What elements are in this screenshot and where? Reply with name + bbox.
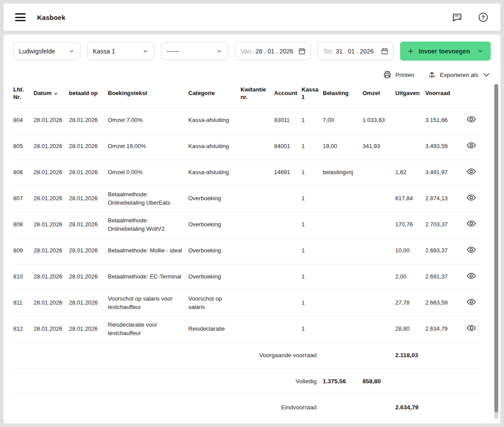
table-row: 808 28.01.2026 28.01.2026 Betaalmethode:… <box>13 212 480 238</box>
register-select[interactable]: Kassa 1 <box>87 42 154 60</box>
cell-voorraad: 2.874,13 <box>425 186 462 212</box>
cell-boekingstekst: Betaalmethode: Onlinebetaling UberEats <box>108 186 188 212</box>
cell-belasting <box>323 290 363 316</box>
calendar-icon <box>298 47 306 55</box>
cell-betaald-op: 28.01.2026 <box>69 160 108 186</box>
table-row: 804 28.01.2026 28.01.2026 Omzet 7.00% Ka… <box>13 107 480 133</box>
cell-uitgaven: 27,78 <box>395 290 425 316</box>
export-button[interactable]: Exporteren als <box>428 70 491 79</box>
cell-kassa: 1 <box>302 160 323 186</box>
filter-bar: Ludwigsfelde Kassa 1 ------ Van: 28 . 01… <box>13 42 491 61</box>
cell-view <box>462 264 480 290</box>
cell-lfd-nr: 807 <box>13 186 34 212</box>
cell-kassa: 1 <box>302 238 323 264</box>
cell-belasting <box>323 264 363 290</box>
col-datum[interactable]: Datum <box>34 82 69 107</box>
print-button[interactable]: Printen <box>383 70 414 79</box>
kasboek-table: Lfd. Nr. Datum betaald op Boekingstekst … <box>13 82 480 421</box>
table-body: 804 28.01.2026 28.01.2026 Omzet 7.00% Ka… <box>13 107 480 342</box>
eye-icon[interactable] <box>466 167 476 176</box>
eye-icon[interactable] <box>466 219 476 229</box>
cell-kassa: 1 <box>302 290 323 316</box>
scrollbar-thumb[interactable] <box>494 84 498 412</box>
cell-lfd-nr: 811 <box>13 290 34 316</box>
eye-icon[interactable] <box>466 114 476 124</box>
cell-view <box>462 133 480 160</box>
feedback-icon[interactable] <box>452 12 462 23</box>
table-row: 807 28.01.2026 28.01.2026 Betaalmethode:… <box>13 186 480 212</box>
cell-omzet <box>363 264 395 290</box>
chevron-down-icon <box>482 70 491 79</box>
cell-kwitantie-nr <box>241 290 274 316</box>
category-select[interactable]: ------ <box>161 42 228 60</box>
chevron-down-icon <box>477 48 484 54</box>
calendar-icon <box>381 47 389 55</box>
cell-account <box>274 238 302 264</box>
cell-betaald-op: 28.01.2026 <box>69 107 108 133</box>
sort-icon <box>53 91 58 96</box>
eye-icon[interactable] <box>466 193 476 202</box>
date-from-field[interactable]: Van: 28 . 01 . 2026 <box>235 42 311 60</box>
eye-icon[interactable] <box>466 141 476 150</box>
cell-uitgaven <box>395 107 425 133</box>
printer-icon <box>383 70 392 79</box>
cell-boekingstekst: Betaalmethode: EC-Terminal <box>108 264 188 290</box>
cell-omzet <box>363 238 395 264</box>
cell-view <box>462 212 480 238</box>
cell-voorraad: 3.151,66 <box>425 107 462 133</box>
cell-datum: 28.01.2026 <box>34 133 69 160</box>
date-to-field[interactable]: Tot: 31 . 01 . 2026 <box>317 42 393 60</box>
cell-datum: 28.01.2026 <box>34 186 69 212</box>
cell-kassa: 1 <box>302 107 323 133</box>
cell-betaald-op: 28.01.2026 <box>69 238 108 264</box>
add-entry-button[interactable]: Invoer toevoegen <box>400 42 491 61</box>
cell-kwitantie-nr <box>241 160 274 186</box>
cell-datum: 28.01.2026 <box>34 238 69 264</box>
table-row: 811 28.01.2026 28.01.2026 Voorschot op s… <box>13 290 480 316</box>
col-view <box>462 82 480 107</box>
menu-icon[interactable] <box>15 13 26 21</box>
cell-uitgaven <box>395 133 425 160</box>
cell-omzet <box>363 160 395 186</box>
cell-belasting: 7,00 <box>323 107 363 133</box>
cell-boekingstekst: Reisdeclaratie voor testchauffeur <box>108 316 188 342</box>
col-kwitantie-nr: Kwitantie nr. <box>241 82 274 107</box>
col-kassa-1: Kassa 1 <box>302 82 323 107</box>
export-icon <box>428 70 436 79</box>
location-select[interactable]: Ludwigsfelde <box>13 42 80 60</box>
cell-account <box>274 290 302 316</box>
cell-account: 14691 <box>274 160 302 186</box>
cell-voorraad: 3.493,59 <box>425 133 462 160</box>
table-actions: Printen Exporteren als <box>13 70 491 79</box>
cell-lfd-nr: 805 <box>13 133 34 160</box>
col-datum-label: Datum <box>34 90 51 97</box>
cell-kwitantie-nr <box>241 264 274 290</box>
cell-voorraad: 2.663,59 <box>425 290 462 316</box>
cell-belasting <box>323 186 363 212</box>
col-account: Account <box>274 82 302 107</box>
cell-omzet <box>363 316 395 342</box>
eye-icon[interactable] <box>466 297 476 307</box>
summary-row-total: Volledig 1.375,56 858,80 <box>13 368 480 394</box>
cell-categorie: Kassa-afsluiting <box>188 107 241 133</box>
cell-account: 84001 <box>274 133 302 160</box>
vertical-scrollbar[interactable] <box>494 84 498 419</box>
col-belasting: Belasting <box>323 82 363 107</box>
cell-uitgaven: 1,62 <box>395 160 425 186</box>
summary-previous-value: 2.118,03 <box>395 342 425 368</box>
export-label: Exporteren als <box>440 72 478 78</box>
cell-omzet <box>363 186 395 212</box>
help-icon[interactable]: ? <box>477 11 489 23</box>
cell-belasting: 19,00 <box>323 133 363 160</box>
eye-icon[interactable] <box>466 323 476 333</box>
eye-icon[interactable] <box>466 271 476 281</box>
table-header-row: Lfd. Nr. Datum betaald op Boekingstekst … <box>13 82 480 107</box>
cell-voorraad: 3.491,97 <box>425 160 462 186</box>
table-row: 806 28.01.2026 28.01.2026 Omzet 0.00% Ka… <box>13 160 480 186</box>
cell-lfd-nr: 810 <box>13 264 34 290</box>
cell-datum: 28.01.2026 <box>34 107 69 133</box>
col-betaald-op: betaald op <box>69 82 108 107</box>
cell-kwitantie-nr <box>241 186 274 212</box>
eye-icon[interactable] <box>466 245 476 255</box>
cell-betaald-op: 28.01.2026 <box>69 133 108 160</box>
